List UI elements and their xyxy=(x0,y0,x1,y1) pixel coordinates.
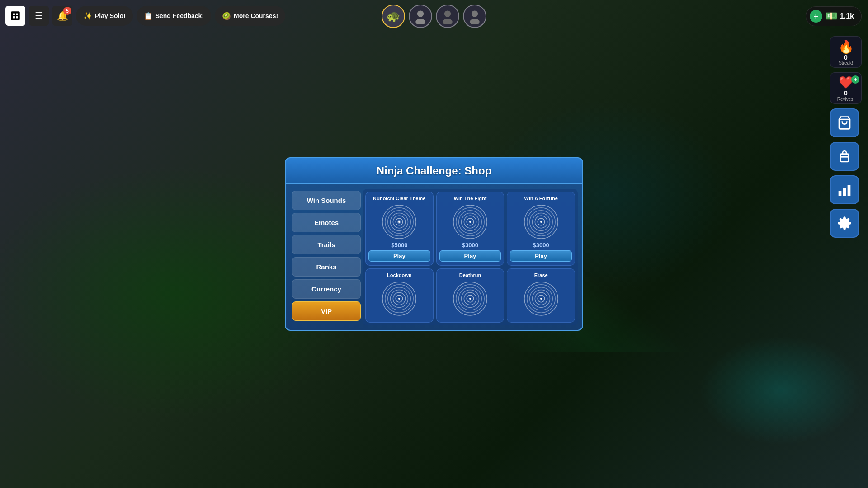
svg-point-58 xyxy=(540,298,542,300)
nav-currency[interactable]: Currency xyxy=(292,279,361,299)
nav-vip[interactable]: VIP xyxy=(292,301,361,321)
shop-item-win-fight-label: Win The Fight xyxy=(454,196,487,202)
shop-item-kunoichi-label: Kunoichi Clear Theme xyxy=(373,196,425,202)
vinyl-icon-deathrun xyxy=(452,281,488,317)
modal-title-bar: Ninja Challenge: Shop xyxy=(285,157,583,184)
svg-point-30 xyxy=(469,221,471,223)
vinyl-icon-win-fortune xyxy=(523,204,559,240)
vinyl-icon-win-fight xyxy=(452,204,488,240)
svg-point-37 xyxy=(540,221,542,223)
shop-item-lockdown-label: Lockdown xyxy=(387,272,411,279)
vinyl-icon-erase xyxy=(523,281,559,317)
nav-emotes[interactable]: Emotes xyxy=(292,213,361,232)
vinyl-icon-lockdown xyxy=(381,281,417,317)
play-win-fortune-button[interactable]: Play xyxy=(510,250,572,262)
shop-item-win-fortune: Win A Fortune $3000 Play xyxy=(507,192,575,266)
shop-item-erase-label: Erase xyxy=(534,272,548,279)
shop-item-deathrun-label: Deathrun xyxy=(459,272,481,279)
shop-item-win-fortune-price: $3000 xyxy=(533,242,549,249)
play-kunoichi-button[interactable]: Play xyxy=(368,250,430,262)
svg-point-23 xyxy=(398,221,400,223)
shop-item-lockdown: Lockdown xyxy=(365,268,434,323)
shop-modal: Ninja Challenge: Shop Win Sounds Emotes … xyxy=(285,157,583,331)
svg-point-51 xyxy=(469,298,471,300)
modal-nav: Win Sounds Emotes Trails Ranks Currency … xyxy=(290,189,363,325)
nav-trails[interactable]: Trails xyxy=(292,235,361,254)
shop-item-win-fight: Win The Fight $3000 Play xyxy=(436,192,505,266)
shop-items-grid: Kunoichi Clear Theme $ xyxy=(363,189,578,325)
shop-item-kunoichi-price: $5000 xyxy=(391,242,407,249)
modal-title: Ninja Challenge: Shop xyxy=(295,164,573,177)
shop-item-win-fight-price: $3000 xyxy=(462,242,478,249)
nav-win-sounds[interactable]: Win Sounds xyxy=(292,191,361,210)
play-win-fight-button[interactable]: Play xyxy=(439,250,501,262)
svg-point-44 xyxy=(398,298,400,300)
shop-item-win-fortune-label: Win A Fortune xyxy=(524,196,558,202)
shop-item-erase: Erase xyxy=(507,268,575,323)
nav-ranks[interactable]: Ranks xyxy=(292,257,361,277)
shop-item-kunoichi: Kunoichi Clear Theme $ xyxy=(365,192,434,266)
shop-item-deathrun: Deathrun xyxy=(436,268,505,323)
modal-body: Win Sounds Emotes Trails Ranks Currency … xyxy=(285,184,583,331)
vinyl-icon-kunoichi xyxy=(381,204,417,240)
modal-overlay: Ninja Challenge: Shop Win Sounds Emotes … xyxy=(0,0,868,488)
